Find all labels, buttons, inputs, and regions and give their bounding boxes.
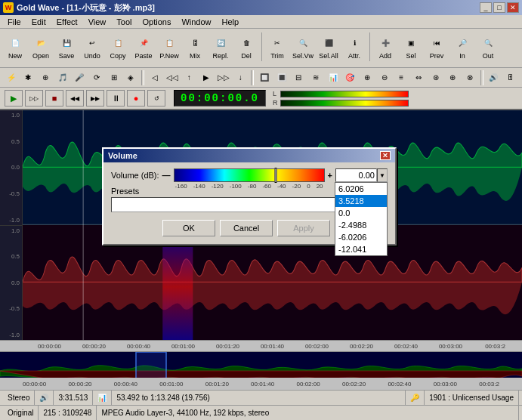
apply-button[interactable]: Apply [277, 220, 330, 236]
vd-item-4[interactable]: -6.0206 [335, 231, 387, 243]
volume-minus-button[interactable]: — [162, 171, 171, 180]
vd-item-0[interactable]: 6.0206 [335, 183, 387, 195]
presets-select[interactable] [111, 197, 369, 212]
dialog-body: Volume (dB): — -160 -140 -120 -100 -80 [103, 162, 395, 244]
vd-item-3[interactable]: -2.4988 [335, 219, 387, 231]
volume-slider-container: -160 -140 -120 -100 -80 -60 -40 -20 0 20 [174, 168, 325, 182]
volume-gradient-bar[interactable] [174, 168, 325, 182]
vd-item-5[interactable]: -12.041 [335, 243, 387, 255]
volume-plus-button[interactable]: + [328, 171, 332, 180]
vd-item-1[interactable]: 3.5218 [335, 195, 387, 207]
volume-scale: -160 -140 -120 -100 -80 -60 -40 -20 0 20 [174, 183, 325, 190]
volume-dialog: Volume ✕ Volume (dB): — -160 -14 [102, 147, 397, 246]
volume-value-box: ▼ 6.0206 3.5218 0.0 -2.4988 -6.0206 -12.… [335, 168, 388, 182]
dialog-title-bar: Volume ✕ [103, 149, 395, 162]
ok-button[interactable]: OK [162, 220, 215, 236]
dialog-overlay: Volume ✕ Volume (dB): — -160 -14 [0, 0, 522, 420]
volume-row: Volume (dB): — -160 -140 -120 -100 -80 [111, 168, 388, 182]
volume-input[interactable] [335, 168, 377, 182]
cancel-button[interactable]: Cancel [220, 220, 273, 236]
app-window: W Gold Wave - [11-小玩意 - 彭羚 .mp3] _ □ ✕ F… [0, 0, 522, 420]
volume-slider-thumb[interactable] [275, 168, 277, 183]
volume-label: Volume (dB): [111, 171, 159, 180]
dialog-close-button[interactable]: ✕ [380, 151, 391, 160]
dialog-title-text: Volume [108, 151, 137, 160]
volume-dropdown: 6.0206 3.5218 0.0 -2.4988 -6.0206 -12.04… [335, 182, 388, 256]
volume-dropdown-toggle[interactable]: ▼ [377, 168, 388, 182]
vd-item-2[interactable]: 0.0 [335, 207, 387, 219]
